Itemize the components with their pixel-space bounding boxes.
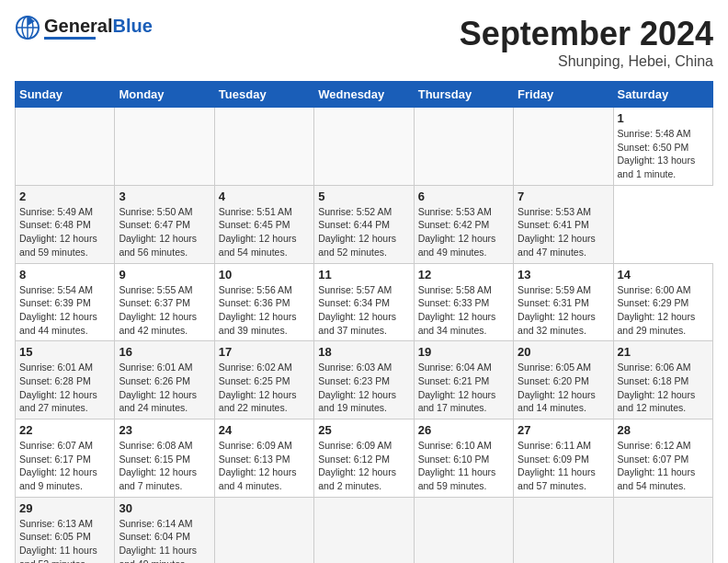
day-number: 28 xyxy=(618,423,709,437)
day-detail: Sunrise: 6:08 AMSunset: 6:15 PMDaylight:… xyxy=(119,439,210,493)
day-number: 2 xyxy=(19,190,110,203)
calendar-cell: 21Sunrise: 6:06 AMSunset: 6:18 PMDayligh… xyxy=(613,341,712,419)
calendar-cell: 15Sunrise: 6:01 AMSunset: 6:28 PMDayligh… xyxy=(16,341,115,419)
calendar-week-1: 1Sunrise: 5:48 AMSunset: 6:50 PMDaylight… xyxy=(16,108,713,186)
calendar-cell: 7Sunrise: 5:53 AMSunset: 6:41 PMDaylight… xyxy=(514,185,613,263)
day-detail: Sunrise: 5:56 AMSunset: 6:36 PMDaylight:… xyxy=(219,283,310,338)
col-header-sunday: Sunday xyxy=(16,82,115,108)
col-header-monday: Monday xyxy=(115,82,214,108)
calendar-cell: 5Sunrise: 5:52 AMSunset: 6:44 PMDaylight… xyxy=(314,185,414,263)
day-number: 11 xyxy=(318,268,409,282)
calendar-cell: 29Sunrise: 6:13 AMSunset: 6:05 PMDayligh… xyxy=(16,497,115,563)
day-number: 8 xyxy=(19,268,110,282)
day-number: 3 xyxy=(119,190,210,203)
day-number: 21 xyxy=(618,345,709,359)
day-detail: Sunrise: 6:09 AMSunset: 6:12 PMDaylight:… xyxy=(318,439,409,493)
day-detail: Sunrise: 5:57 AMSunset: 6:34 PMDaylight:… xyxy=(318,283,409,338)
calendar-cell: 30Sunrise: 6:14 AMSunset: 6:04 PMDayligh… xyxy=(115,497,214,563)
day-number: 18 xyxy=(318,345,409,359)
location: Shunping, Hebei, China xyxy=(460,53,713,70)
calendar-cell: 6Sunrise: 5:53 AMSunset: 6:42 PMDaylight… xyxy=(414,185,513,263)
day-number: 4 xyxy=(219,190,310,203)
calendar-week-6: 29Sunrise: 6:13 AMSunset: 6:05 PMDayligh… xyxy=(16,497,713,563)
calendar-cell: 10Sunrise: 5:56 AMSunset: 6:36 PMDayligh… xyxy=(214,263,313,341)
day-detail: Sunrise: 5:52 AMSunset: 6:44 PMDaylight:… xyxy=(318,205,409,259)
day-detail: Sunrise: 5:55 AMSunset: 6:37 PMDaylight:… xyxy=(119,283,210,338)
col-header-thursday: Thursday xyxy=(414,82,513,108)
calendar-cell xyxy=(314,497,414,563)
calendar-cell: 9Sunrise: 5:55 AMSunset: 6:37 PMDaylight… xyxy=(115,263,214,341)
day-detail: Sunrise: 6:10 AMSunset: 6:10 PMDaylight:… xyxy=(418,439,509,493)
day-detail: Sunrise: 6:06 AMSunset: 6:18 PMDaylight:… xyxy=(618,361,709,415)
logo: GeneralBlue xyxy=(15,15,153,40)
day-number: 19 xyxy=(418,345,509,359)
day-detail: Sunrise: 6:12 AMSunset: 6:07 PMDaylight:… xyxy=(618,439,709,493)
day-detail: Sunrise: 6:01 AMSunset: 6:26 PMDaylight:… xyxy=(119,361,210,415)
day-detail: Sunrise: 6:03 AMSunset: 6:23 PMDaylight:… xyxy=(318,361,409,415)
calendar-cell xyxy=(214,108,313,186)
calendar-cell: 27Sunrise: 6:11 AMSunset: 6:09 PMDayligh… xyxy=(514,419,613,498)
day-number: 14 xyxy=(618,268,709,282)
calendar-cell xyxy=(314,108,414,186)
header: GeneralBlue September 2024 Shunping, Heb… xyxy=(15,15,713,70)
day-detail: Sunrise: 6:14 AMSunset: 6:04 PMDaylight:… xyxy=(119,517,210,563)
day-number: 1 xyxy=(618,111,709,125)
day-detail: Sunrise: 5:53 AMSunset: 6:42 PMDaylight:… xyxy=(418,205,509,259)
day-number: 16 xyxy=(119,345,210,359)
day-detail: Sunrise: 5:51 AMSunset: 6:45 PMDaylight:… xyxy=(219,205,310,259)
calendar-cell: 2Sunrise: 5:49 AMSunset: 6:48 PMDaylight… xyxy=(16,185,115,263)
day-detail: Sunrise: 6:02 AMSunset: 6:25 PMDaylight:… xyxy=(219,361,310,415)
globe-icon xyxy=(15,15,40,40)
calendar-cell: 8Sunrise: 5:54 AMSunset: 6:39 PMDaylight… xyxy=(16,263,115,341)
calendar-cell: 28Sunrise: 6:12 AMSunset: 6:07 PMDayligh… xyxy=(613,419,712,498)
calendar-cell xyxy=(514,108,613,186)
day-detail: Sunrise: 6:05 AMSunset: 6:20 PMDaylight:… xyxy=(518,361,609,415)
calendar-cell: 16Sunrise: 6:01 AMSunset: 6:26 PMDayligh… xyxy=(115,341,214,419)
day-detail: Sunrise: 5:50 AMSunset: 6:47 PMDaylight:… xyxy=(119,205,210,259)
day-number: 6 xyxy=(418,190,509,203)
day-number: 7 xyxy=(518,190,609,203)
day-number: 30 xyxy=(119,501,210,515)
month-title: September 2024 xyxy=(460,15,713,53)
calendar-cell xyxy=(514,497,613,563)
calendar-cell: 1Sunrise: 5:48 AMSunset: 6:50 PMDaylight… xyxy=(613,108,712,186)
day-number: 23 xyxy=(119,423,210,437)
calendar-cell xyxy=(214,497,313,563)
calendar-week-5: 22Sunrise: 6:07 AMSunset: 6:17 PMDayligh… xyxy=(16,419,713,498)
day-detail: Sunrise: 6:07 AMSunset: 6:17 PMDaylight:… xyxy=(19,439,110,493)
day-number: 15 xyxy=(19,345,110,359)
day-number: 25 xyxy=(318,423,409,437)
day-detail: Sunrise: 6:00 AMSunset: 6:29 PMDaylight:… xyxy=(618,283,709,338)
col-header-saturday: Saturday xyxy=(613,82,712,108)
calendar-cell: 11Sunrise: 5:57 AMSunset: 6:34 PMDayligh… xyxy=(314,263,414,341)
calendar-cell: 22Sunrise: 6:07 AMSunset: 6:17 PMDayligh… xyxy=(16,419,115,498)
calendar-cell: 26Sunrise: 6:10 AMSunset: 6:10 PMDayligh… xyxy=(414,419,513,498)
calendar-cell: 19Sunrise: 6:04 AMSunset: 6:21 PMDayligh… xyxy=(414,341,513,419)
calendar-week-3: 8Sunrise: 5:54 AMSunset: 6:39 PMDaylight… xyxy=(16,263,713,341)
col-header-friday: Friday xyxy=(514,82,613,108)
calendar-cell: 23Sunrise: 6:08 AMSunset: 6:15 PMDayligh… xyxy=(115,419,214,498)
calendar-cell: 13Sunrise: 5:59 AMSunset: 6:31 PMDayligh… xyxy=(514,263,613,341)
day-number: 5 xyxy=(318,190,409,203)
title-area: September 2024 Shunping, Hebei, China xyxy=(460,15,713,70)
day-number: 22 xyxy=(19,423,110,437)
calendar-week-2: 2Sunrise: 5:49 AMSunset: 6:48 PMDaylight… xyxy=(16,185,713,263)
day-detail: Sunrise: 6:01 AMSunset: 6:28 PMDaylight:… xyxy=(19,361,110,415)
day-number: 17 xyxy=(219,345,310,359)
calendar-cell: 20Sunrise: 6:05 AMSunset: 6:20 PMDayligh… xyxy=(514,341,613,419)
calendar-week-4: 15Sunrise: 6:01 AMSunset: 6:28 PMDayligh… xyxy=(16,341,713,419)
day-number: 12 xyxy=(418,268,509,282)
calendar-cell xyxy=(414,497,513,563)
day-detail: Sunrise: 5:58 AMSunset: 6:33 PMDaylight:… xyxy=(418,283,509,338)
day-number: 20 xyxy=(518,345,609,359)
calendar-cell xyxy=(115,108,214,186)
day-detail: Sunrise: 6:04 AMSunset: 6:21 PMDaylight:… xyxy=(418,361,509,415)
day-detail: Sunrise: 5:49 AMSunset: 6:48 PMDaylight:… xyxy=(19,205,110,259)
day-detail: Sunrise: 6:09 AMSunset: 6:13 PMDaylight:… xyxy=(219,439,310,493)
day-number: 10 xyxy=(219,268,310,282)
calendar-cell: 25Sunrise: 6:09 AMSunset: 6:12 PMDayligh… xyxy=(314,419,414,498)
calendar-cell: 18Sunrise: 6:03 AMSunset: 6:23 PMDayligh… xyxy=(314,341,414,419)
day-detail: Sunrise: 5:53 AMSunset: 6:41 PMDaylight:… xyxy=(518,205,609,259)
day-number: 13 xyxy=(518,268,609,282)
day-detail: Sunrise: 5:59 AMSunset: 6:31 PMDaylight:… xyxy=(518,283,609,338)
